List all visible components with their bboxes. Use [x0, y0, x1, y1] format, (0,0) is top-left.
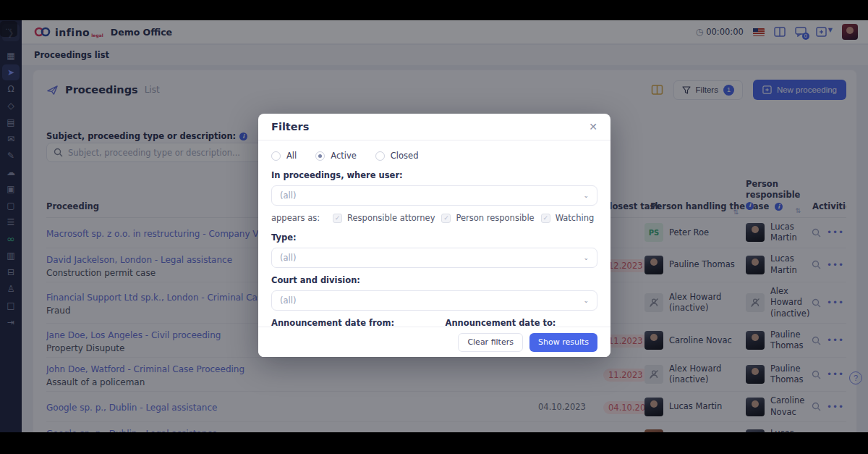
- status-radio-closed[interactable]: Closed: [375, 151, 419, 161]
- appears-as-checkbox[interactable]: ✓Person responsible: [441, 213, 534, 223]
- modal-title: Filters: [271, 121, 309, 133]
- checkbox-label: Responsible attorney: [347, 213, 435, 223]
- clear-filters-button[interactable]: Clear filters: [458, 333, 523, 352]
- checkbox-label: Person responsible: [456, 213, 534, 223]
- appears-as-row: appears as: ✓Responsible attorney✓Person…: [271, 213, 597, 223]
- appears-as-checkbox[interactable]: ✓Watching: [541, 213, 595, 223]
- filters-modal: Filters ✕ AllActiveClosed In proceedings…: [258, 114, 610, 357]
- close-icon[interactable]: ✕: [589, 121, 597, 133]
- show-results-button[interactable]: Show results: [529, 333, 597, 352]
- date-from-label: Announcement date from:: [271, 318, 424, 327]
- radio-label: All: [286, 151, 297, 161]
- user-filter-label: In proceedings, where user:: [271, 170, 597, 180]
- user-filter-select[interactable]: (all) ⌄: [271, 185, 597, 206]
- status-radio-group: AllActiveClosed: [271, 151, 597, 161]
- appears-as-checkbox[interactable]: ✓Responsible attorney: [333, 213, 435, 223]
- checkbox-icon[interactable]: ✓: [541, 214, 550, 223]
- radio-circle-icon[interactable]: [315, 151, 325, 161]
- status-radio-all[interactable]: All: [271, 151, 297, 161]
- checkbox-icon[interactable]: ✓: [333, 214, 342, 223]
- chevron-down-icon: ⌄: [583, 297, 589, 304]
- checkbox-label: Watching: [556, 213, 595, 223]
- type-filter-label: Type:: [271, 232, 597, 243]
- appears-as-label: appears as:: [271, 213, 320, 223]
- chevron-down-icon: ⌄: [583, 192, 589, 199]
- court-filter-select[interactable]: (all) ⌄: [271, 290, 597, 311]
- type-filter-select[interactable]: (all) ⌄: [271, 248, 597, 268]
- app-window: ❯ ▦⋯➤Ω◇▤✉✎☁▣▢☰∞▥⋯⊟♙□⇥ infino legal Demo …: [0, 20, 868, 432]
- checkbox-icon[interactable]: ✓: [441, 214, 451, 223]
- status-radio-active[interactable]: Active: [315, 151, 357, 161]
- radio-circle-icon[interactable]: [375, 151, 385, 161]
- radio-label: Active: [331, 151, 357, 161]
- screenshot-stage: ❯ ▦⋯➤Ω◇▤✉✎☁▣▢☰∞▥⋯⊟♙□⇥ infino legal Demo …: [0, 0, 868, 454]
- chevron-down-icon: ⌄: [583, 254, 589, 261]
- radio-circle-icon[interactable]: [271, 151, 281, 161]
- date-to-label: Announcement date to:: [446, 318, 598, 327]
- court-filter-label: Court and division:: [271, 275, 597, 285]
- radio-label: Closed: [391, 151, 419, 161]
